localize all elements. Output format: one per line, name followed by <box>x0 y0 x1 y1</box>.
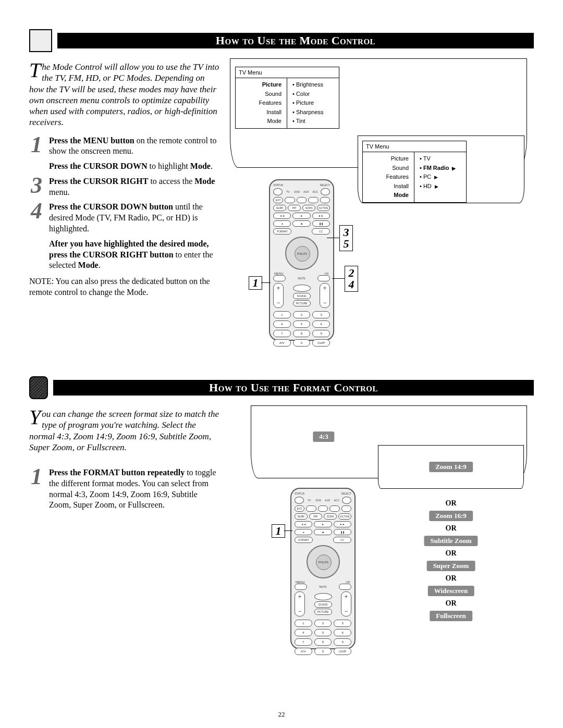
format-169: Zoom 16:9 <box>429 511 473 521</box>
callout-1: 1 <box>249 276 262 290</box>
section2-illustration: 4:3 Zoom 14:9 OR Zoom 16:9 OR Subtitle Z… <box>230 405 534 650</box>
section1-title: How to Use the Mode Control <box>57 33 534 48</box>
callout-1b: 1 <box>272 524 285 538</box>
format-wide: Widescreen <box>428 586 474 596</box>
section2-title: How to Use the Format Control <box>53 380 534 396</box>
step3-text: Press the CURSOR RIGHT to access the Mod… <box>49 176 219 198</box>
callout-35: 35 <box>339 225 353 251</box>
step-number: 3 <box>29 176 44 198</box>
callout-24: 24 <box>345 266 358 292</box>
step2-text: Press the CURSOR DOWN to highlight Mode. <box>49 161 213 172</box>
section-icon <box>29 29 52 52</box>
remote-control-2: STATUS SELECT TV DVD AUX ACC EXT <box>290 488 356 649</box>
format-super: Super Zoom <box>427 561 475 571</box>
section-icon-remote <box>29 376 48 399</box>
step-number: 4 <box>29 202 44 234</box>
section1-note: NOTE: You can also press the dedicated b… <box>29 276 219 298</box>
dropcap: T <box>29 61 42 79</box>
or-label: OR <box>446 499 457 508</box>
format-43: 4:3 <box>313 431 334 442</box>
section1-illustration: TV Menu Picture Sound Features Install M… <box>230 58 534 350</box>
or-label: OR <box>446 549 457 558</box>
format-full: Fullscreen <box>430 611 472 621</box>
step-spacer <box>29 239 44 271</box>
tv-menu-1: TV Menu Picture Sound Features Install M… <box>235 67 339 129</box>
step-number: 1 <box>29 135 44 157</box>
page-number: 22 <box>0 710 563 719</box>
step-number: 1 <box>29 467 44 511</box>
or-label: OR <box>446 524 457 533</box>
tv-menu-2: TV Menu Picture Sound Features Install M… <box>362 141 467 203</box>
section1-intro: The Mode Control will allow you to use t… <box>29 61 219 128</box>
step5-text: After you have highlighted the desired m… <box>49 239 219 271</box>
format-149: Zoom 14:9 <box>429 462 473 472</box>
remote-control: STATUS SELECT TV DVD AUX ACC EXT <box>269 179 334 341</box>
step-spacer <box>29 161 44 172</box>
step4-text: Press the CURSOR DOWN button until the d… <box>49 202 219 234</box>
step1-text: Press the MENU button on the remote cont… <box>49 135 219 157</box>
dropcap: Y <box>29 409 42 426</box>
or-label: OR <box>446 599 457 608</box>
sec2-step1-text: Press the FORMAT button repeatedly to to… <box>49 467 219 511</box>
section2-intro: You can change the screen format size to… <box>29 409 219 453</box>
or-label: OR <box>446 574 457 583</box>
format-subtitle: Subtitle Zoom <box>424 536 478 546</box>
